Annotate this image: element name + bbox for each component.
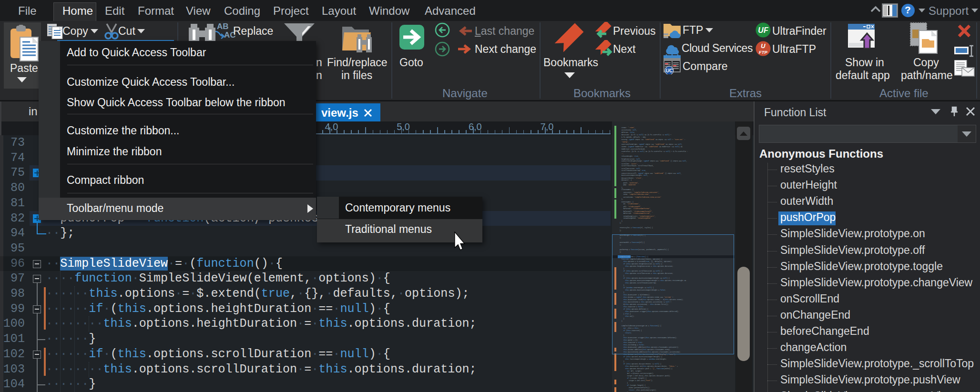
svg-text:U: U bbox=[761, 42, 766, 50]
svg-text:UC: UC bbox=[666, 68, 673, 73]
svg-text:FTP: FTP bbox=[759, 50, 768, 55]
svg-text:UF: UF bbox=[758, 26, 769, 34]
